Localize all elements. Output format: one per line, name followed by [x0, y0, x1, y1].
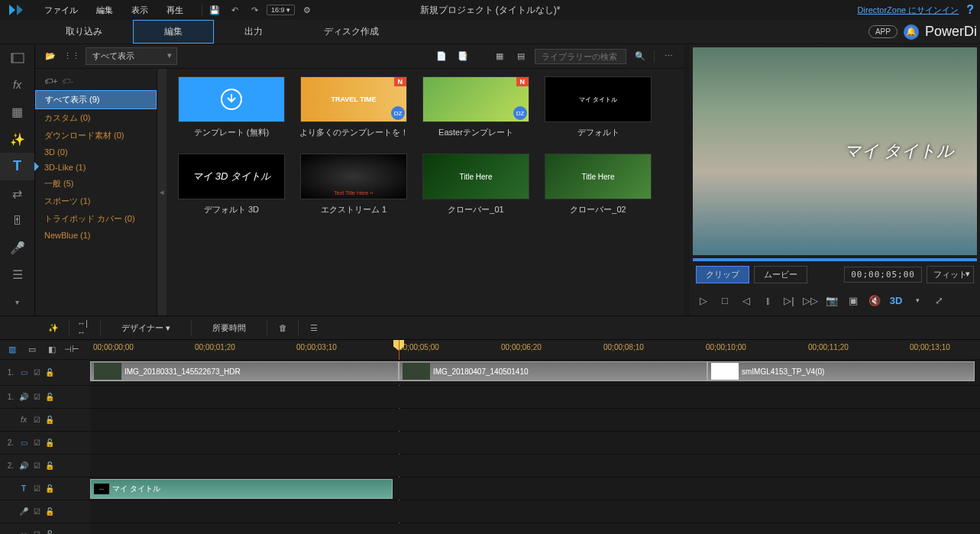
more-icon[interactable]: ▾ — [0, 289, 34, 316]
tab-output[interactable]: 出力 — [214, 21, 293, 43]
tl-marker-icon[interactable]: ◧ — [44, 342, 60, 358]
audio-mix-room-icon[interactable]: 🎚 — [0, 207, 34, 235]
chapter-room-icon[interactable]: ☰ — [0, 261, 34, 289]
more-mid-icon[interactable]: ☰ — [306, 320, 322, 335]
tab-import[interactable]: 取り込み — [35, 21, 133, 43]
undock-icon[interactable]: ⤢ — [931, 293, 946, 308]
next-frame-icon[interactable]: ▷| — [781, 293, 797, 308]
track-header-v2[interactable]: 2.▭☑🔓 — [0, 432, 90, 454]
clip-title[interactable]: ···マイ タイトル — [90, 479, 393, 499]
tree-item-newblue[interactable]: NewBlue (1) — [35, 228, 157, 243]
zoom-fit-dropdown[interactable]: フィット — [927, 266, 974, 283]
tree-item-all[interactable]: すべて表示 (9) — [35, 90, 157, 109]
template-more[interactable]: TRAVEL TIMENDZ より多くのテンプレートを！ — [296, 76, 411, 138]
tree-item-custom[interactable]: カスタム (0) — [35, 109, 157, 127]
template-easter[interactable]: NDZ Easterテンプレート — [419, 76, 533, 138]
redo-icon[interactable]: ↷ — [247, 2, 262, 18]
snapshot-icon[interactable]: 📷 — [824, 293, 839, 308]
title-room-icon[interactable]: T — [0, 153, 34, 180]
tag-add-icon[interactable]: 🏷+ — [44, 76, 57, 86]
3d-icon[interactable]: 3D — [888, 293, 904, 308]
clip-v1b[interactable]: IMG_20180407_140501410 — [399, 361, 707, 381]
settings-icon[interactable]: ⚙ — [299, 2, 315, 18]
transition-room-icon[interactable]: ⇄ — [0, 180, 34, 208]
track-header-fx[interactable]: fx☑🔓 — [0, 409, 90, 431]
new-copy-icon[interactable]: 📑 — [455, 49, 471, 64]
template-clover1[interactable]: Title Here クローバー_01 — [419, 154, 533, 215]
tree-item-download[interactable]: ダウンロード素材 (0) — [35, 127, 157, 144]
save-icon[interactable]: 💾 — [207, 2, 222, 18]
notification-icon[interactable]: 🔔 — [904, 24, 919, 40]
lib-extra-icon[interactable]: ⋯ — [661, 49, 676, 64]
delete-icon[interactable]: 🗑 — [275, 320, 290, 335]
help-icon[interactable]: ? — [966, 3, 974, 17]
track-header-a2[interactable]: 2.🔊☑🔓 — [0, 455, 90, 477]
search-icon[interactable]: 🔍 — [632, 49, 648, 64]
stop-icon[interactable]: □ — [717, 293, 733, 308]
tree-item-3d[interactable]: 3D (0) — [35, 144, 157, 160]
track-header-v1[interactable]: 1.▭☑🔓 — [0, 360, 90, 385]
playback-controls: ▷ □ ◁ ⫿ ▷| ▷▷ 📷 ▣ 🔇 3D ▾ ⤢ — [693, 288, 977, 312]
ruler-times[interactable]: 00;00;00;00 00;00;01;20 00;00;03;10 00;0… — [90, 340, 980, 359]
import-media-icon[interactable]: 📂 — [43, 49, 58, 64]
aspect-ratio[interactable]: 16:9 ▾ — [267, 5, 295, 15]
tl-mode1-icon[interactable]: ▥ — [5, 342, 20, 358]
app-badge[interactable]: APP — [868, 25, 898, 38]
new-item-icon[interactable]: 📄 — [434, 49, 449, 64]
filter-dropdown[interactable]: すべて表示 — [86, 47, 177, 65]
step-icon[interactable]: ⫿ — [760, 293, 775, 308]
collapse-tree-icon[interactable]: ◂ — [157, 69, 167, 316]
fx-room-icon[interactable]: fx — [0, 72, 34, 99]
align-icon[interactable]: ↔|↔ — [77, 320, 92, 335]
track-header-voice[interactable]: 🎤☑🔓 — [0, 500, 90, 523]
quality-icon[interactable]: ▣ — [846, 293, 861, 308]
tab-edit[interactable]: 編集 — [133, 20, 214, 44]
clip-mode-button[interactable]: クリップ — [696, 266, 749, 283]
voice-room-icon[interactable]: 🎤 — [0, 235, 34, 262]
menu-play[interactable]: 再生 — [159, 2, 191, 19]
lib-menu-icon[interactable]: ⋮⋮ — [64, 49, 79, 64]
search-input[interactable] — [535, 49, 626, 64]
tree-item-general[interactable]: 一般 (5) — [35, 175, 157, 193]
track-header-music[interactable]: ♪♪☑🔓 — [0, 523, 90, 534]
grid-view-icon[interactable]: ▦ — [492, 49, 507, 64]
movie-mode-button[interactable]: ムービー — [754, 266, 807, 283]
preview-video[interactable]: マイ タイトル — [693, 47, 977, 255]
template-default[interactable]: マイ タイトル デフォルト — [541, 76, 655, 138]
svg-rect-1 — [11, 53, 14, 63]
clip-v1a[interactable]: IMG_20180331_145522673_HDR — [90, 361, 399, 381]
template-extreme[interactable]: Text Title Here ›› エクストリーム 1 — [296, 154, 411, 215]
tree-item-sports[interactable]: スポーツ (1) — [35, 193, 157, 210]
track-header-a1[interactable]: 1.🔊☑🔓 — [0, 386, 90, 408]
template-clover2[interactable]: Title Here クローバー_02 — [541, 154, 655, 215]
timeline-ruler[interactable]: ▥ ▭ ◧ ⊣⊢ 00;00;00;00 00;00;01;20 00;00;0… — [0, 340, 980, 360]
detail-view-icon[interactable]: ▤ — [513, 49, 529, 64]
tree-item-tripod[interactable]: トライポッド カバー (0) — [35, 210, 157, 228]
tl-mode2-icon[interactable]: ▭ — [24, 342, 40, 358]
prev-frame-icon[interactable]: ◁ — [739, 293, 754, 308]
particle-room-icon[interactable]: ✨ — [0, 126, 34, 154]
magic-icon[interactable]: ✨ — [46, 320, 61, 335]
play-icon[interactable]: ▷ — [696, 293, 711, 308]
template-free[interactable]: テンプレート (無料) — [174, 76, 289, 138]
tab-disc[interactable]: ディスク作成 — [293, 21, 409, 43]
duration-button[interactable]: 所要時間 — [199, 319, 259, 338]
template-default3d[interactable]: マイ 3D タイトル デフォルト 3D — [174, 154, 289, 215]
3d-drop-icon[interactable]: ▾ — [910, 293, 925, 308]
clip-v1c[interactable]: smIMGL4153_TP_V4(0) — [707, 361, 975, 381]
fast-forward-icon[interactable]: ▷▷ — [803, 293, 818, 308]
tag-remove-icon[interactable]: 🏷- — [62, 76, 73, 86]
designer-button[interactable]: デザイナー ▾ — [108, 319, 183, 338]
menu-view[interactable]: 表示 — [124, 2, 156, 19]
track-header-title[interactable]: T☑🔓 — [0, 477, 90, 500]
tree-item-3dlike[interactable]: 3D-Like (1) — [35, 160, 157, 175]
signin-link[interactable]: DirectorZone にサインイン — [858, 5, 959, 16]
menu-edit[interactable]: 編集 — [89, 2, 121, 19]
tl-snap-icon[interactable]: ⊣⊢ — [64, 342, 79, 358]
pip-room-icon[interactable]: ▦ — [0, 99, 34, 126]
menu-file[interactable]: ファイル — [37, 2, 86, 19]
mute-icon[interactable]: 🔇 — [867, 293, 882, 308]
undo-icon[interactable]: ↶ — [227, 2, 242, 18]
timecode-display[interactable]: 00;00;05;00 — [844, 267, 922, 283]
media-room-icon[interactable] — [0, 44, 34, 72]
